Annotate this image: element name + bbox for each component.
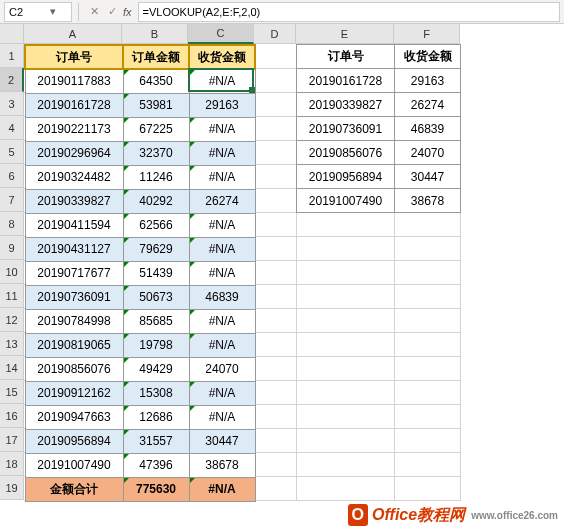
column-header-E[interactable]: E	[296, 24, 394, 44]
cell-D12[interactable]	[254, 308, 296, 332]
cell-E8[interactable]	[296, 212, 394, 236]
main-data-cell[interactable]: 12686	[123, 405, 189, 429]
main-data-cell[interactable]: 38678	[189, 453, 255, 477]
row-header-5[interactable]: 5	[0, 140, 24, 164]
cell-E15[interactable]	[296, 380, 394, 404]
cell-F15[interactable]	[394, 380, 460, 404]
cell-D8[interactable]	[254, 212, 296, 236]
main-data-cell[interactable]: 40292	[123, 189, 189, 213]
cell-F10[interactable]	[394, 260, 460, 284]
main-data-cell[interactable]: #N/A	[189, 261, 255, 285]
main-data-cell[interactable]: #N/A	[189, 333, 255, 357]
cell-D5[interactable]	[254, 140, 296, 164]
row-header-13[interactable]: 13	[0, 332, 24, 356]
main-data-cell[interactable]: 20190431127	[25, 237, 123, 261]
main-data-cell[interactable]: 24070	[189, 357, 255, 381]
main-data-cell[interactable]: 79629	[123, 237, 189, 261]
side-data-cell[interactable]: 20190736091	[297, 117, 395, 141]
cell-E11[interactable]	[296, 284, 394, 308]
main-data-cell[interactable]: 47396	[123, 453, 189, 477]
total-cell[interactable]: #N/A	[189, 477, 255, 501]
row-header-14[interactable]: 14	[0, 356, 24, 380]
cell-D14[interactable]	[254, 356, 296, 380]
column-header-D[interactable]: D	[254, 24, 296, 44]
row-header-3[interactable]: 3	[0, 92, 24, 116]
main-data-cell[interactable]: 51439	[123, 261, 189, 285]
main-header-cell[interactable]: 收货金额	[189, 45, 255, 69]
main-data-cell[interactable]: #N/A	[189, 309, 255, 333]
side-data-cell[interactable]: 20190856076	[297, 141, 395, 165]
fx-icon[interactable]: fx	[123, 6, 132, 18]
main-header-cell[interactable]: 订单号	[25, 45, 123, 69]
cell-F13[interactable]	[394, 332, 460, 356]
column-header-B[interactable]: B	[122, 24, 188, 44]
column-header-F[interactable]: F	[394, 24, 460, 44]
side-data-cell[interactable]: 20191007490	[297, 189, 395, 213]
cell-D10[interactable]	[254, 260, 296, 284]
cell-E10[interactable]	[296, 260, 394, 284]
cell-F19[interactable]	[394, 476, 460, 500]
cell-D6[interactable]	[254, 164, 296, 188]
main-data-cell[interactable]: 20190117883	[25, 69, 123, 93]
cell-F16[interactable]	[394, 404, 460, 428]
main-data-cell[interactable]: 29163	[189, 93, 255, 117]
side-data-cell[interactable]: 20190956894	[297, 165, 395, 189]
cell-E18[interactable]	[296, 452, 394, 476]
main-data-cell[interactable]: 20190947663	[25, 405, 123, 429]
row-header-6[interactable]: 6	[0, 164, 24, 188]
row-header-16[interactable]: 16	[0, 404, 24, 428]
grid-body[interactable]: 订单号订单金额收货金额2019011788364350#N/A201901617…	[24, 44, 564, 501]
total-cell[interactable]: 775630	[123, 477, 189, 501]
main-data-cell[interactable]: #N/A	[189, 213, 255, 237]
cell-D17[interactable]	[254, 428, 296, 452]
main-data-cell[interactable]: 20190296964	[25, 141, 123, 165]
side-data-cell[interactable]: 26274	[395, 93, 461, 117]
main-data-cell[interactable]: #N/A	[189, 237, 255, 261]
cell-F11[interactable]	[394, 284, 460, 308]
confirm-icon[interactable]: ✓	[103, 3, 121, 21]
main-data-cell[interactable]: 85685	[123, 309, 189, 333]
cell-D11[interactable]	[254, 284, 296, 308]
main-data-cell[interactable]: 20190819065	[25, 333, 123, 357]
cell-F17[interactable]	[394, 428, 460, 452]
row-header-11[interactable]: 11	[0, 284, 24, 308]
main-data-cell[interactable]: #N/A	[189, 117, 255, 141]
formula-bar[interactable]: =VLOOKUP(A2,E:F,2,0)	[138, 2, 560, 22]
main-data-cell[interactable]: 30447	[189, 429, 255, 453]
main-data-cell[interactable]: #N/A	[189, 405, 255, 429]
cell-E16[interactable]	[296, 404, 394, 428]
side-data-cell[interactable]: 46839	[395, 117, 461, 141]
row-header-15[interactable]: 15	[0, 380, 24, 404]
main-data-cell[interactable]: 20190784998	[25, 309, 123, 333]
row-header-17[interactable]: 17	[0, 428, 24, 452]
main-data-cell[interactable]: #N/A	[189, 165, 255, 189]
cell-E17[interactable]	[296, 428, 394, 452]
side-data-cell[interactable]: 29163	[395, 69, 461, 93]
row-header-4[interactable]: 4	[0, 116, 24, 140]
main-data-cell[interactable]: 20190956894	[25, 429, 123, 453]
cell-E9[interactable]	[296, 236, 394, 260]
side-data-cell[interactable]: 38678	[395, 189, 461, 213]
main-data-cell[interactable]: 20190912162	[25, 381, 123, 405]
main-data-cell[interactable]: 20190339827	[25, 189, 123, 213]
main-data-cell[interactable]: 64350	[123, 69, 189, 93]
side-data-cell[interactable]: 20190161728	[297, 69, 395, 93]
row-header-8[interactable]: 8	[0, 212, 24, 236]
cell-D18[interactable]	[254, 452, 296, 476]
total-cell[interactable]: 金额合计	[25, 477, 123, 501]
cell-D16[interactable]	[254, 404, 296, 428]
main-data-cell[interactable]: 62566	[123, 213, 189, 237]
cell-D3[interactable]	[254, 92, 296, 116]
cell-E12[interactable]	[296, 308, 394, 332]
cell-D13[interactable]	[254, 332, 296, 356]
main-data-cell[interactable]: 20190856076	[25, 357, 123, 381]
main-data-cell[interactable]: 49429	[123, 357, 189, 381]
main-data-cell[interactable]: #N/A	[189, 69, 255, 93]
main-data-cell[interactable]: 20190411594	[25, 213, 123, 237]
side-data-cell[interactable]: 30447	[395, 165, 461, 189]
column-header-A[interactable]: A	[24, 24, 122, 44]
cell-D9[interactable]	[254, 236, 296, 260]
main-data-cell[interactable]: 46839	[189, 285, 255, 309]
main-data-cell[interactable]: 20190736091	[25, 285, 123, 309]
row-header-10[interactable]: 10	[0, 260, 24, 284]
